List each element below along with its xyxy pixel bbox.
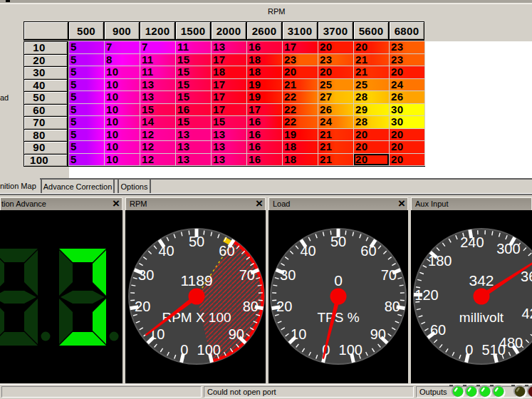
svg-text:20: 20 [276, 299, 292, 314]
svg-text:millivolt: millivolt [459, 310, 504, 325]
svg-text:240: 240 [460, 234, 484, 250]
svg-text:1189: 1189 [180, 272, 212, 289]
svg-text:510: 510 [482, 342, 506, 358]
svg-text:50: 50 [189, 234, 204, 249]
svg-text:180: 180 [428, 253, 452, 269]
svg-text:420: 420 [522, 306, 532, 321]
svg-text:0: 0 [334, 272, 343, 289]
svg-text:300: 300 [496, 241, 520, 256]
svg-text:70: 70 [381, 267, 397, 283]
svg-text:90: 90 [370, 326, 386, 342]
svg-text:90: 90 [229, 326, 244, 342]
svg-text:10: 10 [291, 326, 306, 342]
svg-text:100: 100 [197, 342, 221, 358]
svg-text:20: 20 [135, 299, 150, 314]
svg-text:100: 100 [339, 342, 363, 358]
svg-text:60: 60 [219, 243, 234, 259]
svg-text:60: 60 [430, 322, 446, 338]
svg-text:40: 40 [158, 243, 174, 259]
svg-text:30: 30 [280, 267, 296, 283]
svg-text:80: 80 [243, 299, 259, 314]
svg-text:342: 342 [469, 272, 494, 289]
svg-text:10: 10 [149, 326, 165, 342]
svg-text:70: 70 [239, 267, 255, 283]
svg-text:0: 0 [465, 342, 473, 358]
svg-text:40: 40 [300, 243, 315, 259]
svg-text:TPS %: TPS % [317, 310, 359, 325]
svg-text:0: 0 [180, 342, 188, 358]
svg-text:80: 80 [385, 299, 400, 314]
svg-text:120: 120 [414, 287, 438, 303]
svg-text:60: 60 [360, 243, 376, 259]
svg-text:50: 50 [330, 234, 346, 249]
svg-text:RPM X 100: RPM X 100 [162, 310, 231, 325]
svg-text:30: 30 [138, 267, 154, 283]
